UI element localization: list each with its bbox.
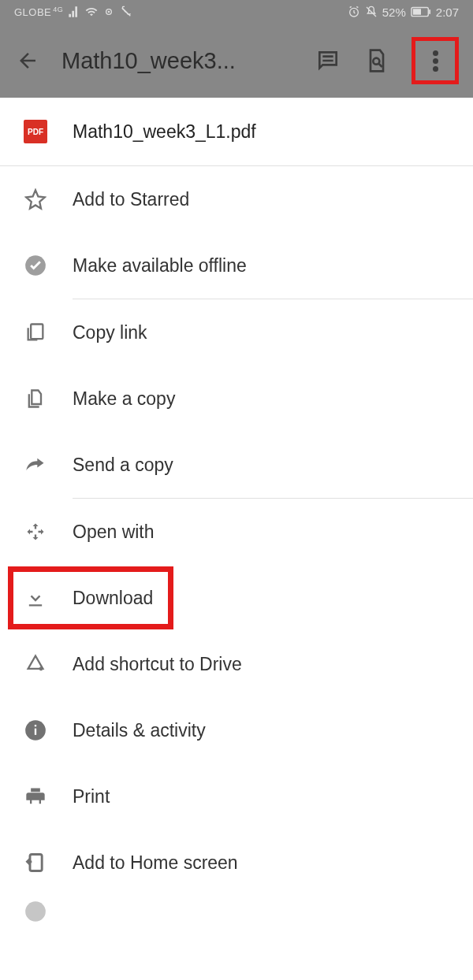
svg-rect-4	[413, 9, 421, 14]
menu-add-shortcut[interactable]: Add shortcut to Drive	[0, 631, 473, 697]
menu-label: Print	[73, 786, 110, 807]
dnd-icon	[365, 6, 378, 18]
more-vert-icon	[433, 48, 438, 74]
file-name: Math10_week3_L1.pdf	[73, 121, 256, 143]
info-icon	[24, 718, 47, 742]
eye-icon	[102, 6, 115, 18]
menu-label: Download	[73, 588, 153, 609]
battery-icon	[411, 6, 431, 17]
drive-shortcut-icon	[24, 652, 47, 676]
app-bar: Math10_week3...	[0, 24, 473, 98]
status-bar: GLOBE 4G 52% 2:07	[0, 0, 473, 24]
menu-label: Send a copy	[73, 455, 173, 476]
menu-make-copy[interactable]: Make a copy	[0, 366, 473, 432]
comment-icon[interactable]	[315, 48, 341, 73]
svg-point-13	[25, 901, 46, 922]
menu-add-starred[interactable]: Add to Starred	[0, 166, 473, 232]
bottom-sheet: PDF Math10_week3_L1.pdf Add to Starred M…	[0, 98, 473, 927]
status-right: 52% 2:07	[348, 6, 459, 19]
svg-point-1	[108, 11, 110, 13]
generic-icon	[24, 900, 47, 923]
send-icon	[24, 453, 47, 477]
menu-available-offline[interactable]: Make available offline	[0, 232, 473, 299]
svg-rect-8	[31, 325, 43, 340]
toolbar-icons	[315, 39, 457, 83]
file-header: PDF Math10_week3_L1.pdf	[0, 98, 473, 165]
menu-label: Add to Starred	[73, 189, 189, 210]
network-type: 4G	[53, 6, 63, 13]
svg-rect-10	[35, 729, 36, 735]
svg-rect-11	[35, 725, 36, 726]
page-title: Math10_week3...	[61, 48, 293, 74]
no-call-icon	[120, 6, 132, 18]
more-options-button[interactable]	[413, 39, 457, 83]
menu-label: Add shortcut to Drive	[73, 654, 242, 675]
menu-label: Details & activity	[73, 720, 206, 741]
back-icon[interactable]	[16, 49, 39, 72]
menu-label: Copy link	[73, 322, 147, 343]
menu-label: Open with	[73, 522, 155, 543]
alarm-icon	[348, 6, 360, 18]
menu-truncated[interactable]	[0, 896, 473, 927]
menu-copy-link[interactable]: Copy link	[0, 299, 473, 366]
print-icon	[24, 785, 47, 808]
menu-open-with[interactable]: Open with	[0, 499, 473, 565]
clock-time: 2:07	[436, 6, 459, 19]
make-copy-icon	[24, 387, 47, 410]
open-with-icon	[24, 520, 47, 544]
check-circle-icon	[24, 254, 47, 277]
menu-add-home[interactable]: Add to Home screen	[0, 830, 473, 896]
menu-send-copy[interactable]: Send a copy	[0, 432, 473, 498]
svg-rect-5	[429, 9, 430, 14]
copy-link-icon	[24, 321, 47, 344]
battery-percent: 52%	[382, 6, 406, 19]
signal-icon	[68, 6, 80, 18]
add-home-icon	[24, 851, 47, 874]
menu-label: Make a copy	[73, 388, 175, 410]
carrier-label: GLOBE	[14, 6, 51, 18]
svg-point-6	[373, 58, 379, 65]
download-icon	[24, 586, 47, 610]
wifi-icon	[85, 6, 98, 18]
menu-details[interactable]: Details & activity	[0, 697, 473, 763]
menu-download[interactable]: Download	[0, 565, 473, 631]
menu-label: Add to Home screen	[73, 852, 238, 874]
menu-print[interactable]: Print	[0, 763, 473, 830]
pdf-icon: PDF	[24, 120, 47, 143]
find-in-page-icon[interactable]	[364, 48, 389, 73]
status-left: GLOBE 4G	[14, 6, 132, 18]
menu-label: Make available offline	[73, 255, 247, 277]
star-icon	[24, 187, 47, 211]
